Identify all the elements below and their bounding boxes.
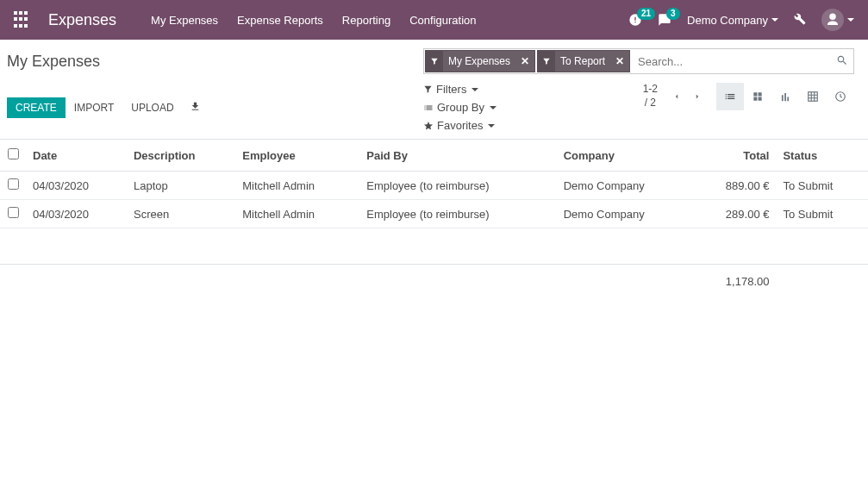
import-button[interactable]: Import	[66, 97, 122, 118]
col-paidby[interactable]: Paid By	[359, 140, 556, 172]
view-activity-button[interactable]	[827, 83, 854, 110]
facet-label: My Expenses	[443, 55, 515, 67]
pager-range: 1-2	[643, 83, 658, 97]
cell-date: 04/03/2020	[26, 200, 127, 228]
funnel-icon	[538, 51, 555, 72]
menu-reporting[interactable]: Reporting	[342, 14, 390, 27]
apps-icon[interactable]	[14, 11, 31, 28]
groupby-label: Group By	[437, 101, 484, 114]
navbar-menu: My Expenses Expense Reports Reporting Co…	[151, 14, 476, 27]
create-button[interactable]: Create	[7, 97, 66, 118]
row-checkbox[interactable]	[8, 178, 19, 190]
cell-paidby: Employee (to reimburse)	[359, 200, 556, 228]
chevron-down-icon	[771, 18, 778, 22]
favorites-label: Favorites	[437, 119, 483, 132]
col-employee[interactable]: Employee	[235, 140, 359, 172]
cell-date: 04/03/2020	[26, 172, 127, 200]
col-description[interactable]: Description	[127, 140, 235, 172]
table-row[interactable]: 04/03/2020LaptopMitchell AdminEmployee (…	[0, 172, 868, 200]
chevron-down-icon	[471, 88, 478, 91]
row-checkbox[interactable]	[8, 207, 19, 218]
filters-dropdown[interactable]: Filters	[423, 83, 478, 96]
svg-rect-0	[809, 92, 818, 102]
cell-total: 889.00 €	[693, 172, 776, 200]
page-title: My Expenses	[7, 53, 100, 71]
control-panel: My Expenses My Expenses ✕ To Report ✕	[0, 40, 868, 140]
cell-status: To Submit	[776, 172, 868, 200]
facet-label: To Report	[555, 55, 610, 67]
facet-remove[interactable]: ✕	[515, 55, 534, 67]
footer-total: 1,178.00	[693, 265, 776, 299]
groupby-dropdown[interactable]: Group By	[423, 101, 496, 114]
menu-expense-reports[interactable]: Expense Reports	[237, 14, 323, 27]
cell-description: Laptop	[127, 172, 235, 200]
cell-status: To Submit	[776, 200, 868, 228]
cell-description: Screen	[127, 200, 235, 228]
activity-icon[interactable]: 21	[628, 13, 642, 27]
cell-employee: Mitchell Admin	[235, 200, 359, 228]
pager-prev[interactable]	[666, 86, 687, 107]
main-navbar: Expenses My Expenses Expense Reports Rep…	[0, 0, 868, 40]
col-date[interactable]: Date	[26, 140, 127, 172]
view-graph-button[interactable]	[771, 83, 799, 110]
search-facet-to-report: To Report ✕	[537, 50, 630, 72]
view-pivot-button[interactable]	[799, 83, 827, 110]
messages-icon[interactable]: 3	[658, 13, 671, 27]
chevron-down-icon	[488, 124, 495, 128]
user-menu[interactable]	[821, 9, 854, 31]
upload-button[interactable]: Upload	[122, 97, 182, 118]
menu-my-expenses[interactable]: My Expenses	[151, 14, 218, 27]
chevron-down-icon	[490, 106, 496, 109]
company-name: Demo Company	[687, 14, 768, 27]
activity-badge: 21	[637, 8, 655, 20]
menu-configuration[interactable]: Configuration	[409, 14, 476, 27]
avatar	[821, 9, 844, 31]
cell-employee: Mitchell Admin	[235, 172, 359, 200]
chevron-down-icon	[847, 18, 854, 22]
cell-paidby: Employee (to reimburse)	[359, 172, 556, 200]
cell-company: Demo Company	[557, 200, 694, 228]
app-brand: Expenses	[48, 11, 116, 29]
search-bar: My Expenses ✕ To Report ✕	[423, 48, 854, 74]
search-input[interactable]	[631, 55, 831, 68]
pager-total: / 2	[643, 97, 658, 110]
download-icon[interactable]	[183, 97, 208, 119]
filters-label: Filters	[436, 83, 466, 96]
view-kanban-button[interactable]	[744, 83, 771, 110]
view-list-button[interactable]	[716, 83, 744, 110]
search-facet-my-expenses: My Expenses ✕	[425, 50, 535, 72]
funnel-icon	[426, 51, 443, 72]
company-switcher[interactable]: Demo Company	[687, 14, 778, 27]
expense-table: Date Description Employee Paid By Compan…	[0, 140, 868, 298]
cell-total: 289.00 €	[693, 200, 776, 228]
debug-icon[interactable]	[794, 13, 806, 28]
col-company[interactable]: Company	[557, 140, 694, 172]
col-total[interactable]: Total	[693, 140, 776, 172]
table-row[interactable]: 04/03/2020ScreenMitchell AdminEmployee (…	[0, 200, 868, 228]
facet-remove[interactable]: ✕	[610, 55, 629, 67]
search-icon[interactable]	[831, 54, 853, 69]
messages-badge: 3	[666, 8, 680, 20]
select-all-checkbox[interactable]	[8, 148, 19, 159]
cell-company: Demo Company	[557, 172, 694, 200]
favorites-dropdown[interactable]: Favorites	[423, 119, 495, 132]
pager-next[interactable]	[687, 86, 708, 107]
pager: 1-2 / 2	[643, 83, 658, 109]
col-status[interactable]: Status	[776, 140, 868, 172]
